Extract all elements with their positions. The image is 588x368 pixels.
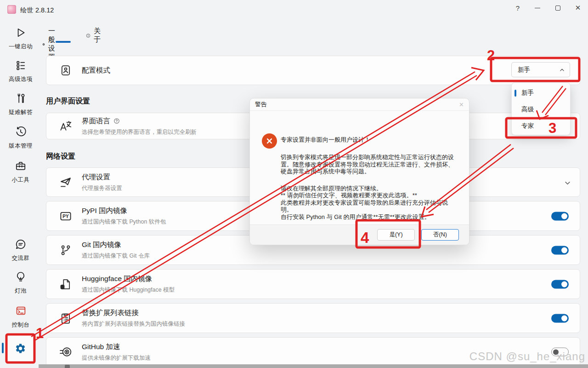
settings-button[interactable] (7, 335, 34, 362)
row-title: PyPI 国内镜像 (82, 206, 166, 216)
select-value: 新手 (518, 66, 530, 74)
dropdown-option-expert[interactable]: 专家 (512, 118, 570, 134)
chevron-up-icon (560, 68, 565, 73)
maximize-icon (555, 6, 560, 11)
row-title: Git 国内镜像 (82, 240, 150, 250)
config-mode-dropdown-menu: 新手 高级 专家 (511, 82, 571, 135)
row-title: GitHub 加速 (82, 342, 151, 352)
tab-label: 关于 (94, 27, 103, 44)
minimize-icon (535, 8, 540, 8)
row-subtitle: 通过国内镜像下载 Python 软件包 (82, 218, 166, 226)
close-button[interactable]: ✕ (568, 0, 588, 16)
dropdown-option-novice[interactable]: 新手 (512, 85, 570, 101)
git-toggle[interactable] (551, 246, 569, 254)
dialog-line: 此类教程并未对更改专家设置可能导致的后果进行充分评估与说明。 (281, 199, 454, 213)
row-title-text: 界面语言 (82, 116, 110, 126)
toolbox-icon (0, 160, 41, 172)
gear-icon (42, 41, 45, 48)
huggingface-toggle[interactable] (551, 280, 569, 288)
no-button[interactable]: 否(N) (421, 229, 459, 241)
warning-dialog: 警告 ✕ 专家设置并非面向一般用户设计！ 切换到专家模式将呈现一部分影响系统稳定… (249, 98, 469, 245)
section-ui-settings: 用户界面设置 (46, 97, 90, 106)
clipboard-list-icon (58, 312, 74, 325)
selected-option-indicator (514, 90, 516, 97)
chevron-down-icon[interactable] (565, 180, 571, 186)
tools-icon (0, 92, 41, 104)
git-branch-icon (58, 244, 74, 257)
dialog-line: 请仅在理解其全部原理的情况下继续。 (281, 185, 454, 192)
option-label: 专家 (521, 122, 534, 130)
tab-about[interactable]: 关于 (86, 27, 103, 44)
active-tab-indicator (56, 41, 71, 43)
row-subtitle: 将内置扩展列表链接替换为国内镜像链接 (82, 320, 185, 328)
dialog-footer: 是(Y) 否(N) (250, 224, 469, 245)
extension-list-toggle[interactable] (551, 314, 569, 322)
dropdown-option-advanced[interactable]: 高级 (512, 101, 570, 118)
row-title: 替换扩展列表链接 (82, 308, 185, 318)
dialog-body: 专家设置并非面向一般用户设计！ 切换到专家模式将呈现一部分影响系统稳定性与正常运… (250, 111, 469, 238)
svg-text:PY: PY (62, 214, 69, 219)
sidebar-item-chat-group[interactable]: 交流群 (0, 238, 41, 262)
minimize-button[interactable] (527, 0, 548, 16)
nav-selection-indicator (2, 343, 4, 353)
row-subtitle: 选择您希望使用的界面语言，重启以完全刷新 (82, 128, 197, 136)
watermark: CSDN @su_he_xiang (469, 350, 585, 363)
translate-icon (58, 119, 74, 133)
help-circle-icon[interactable] (113, 118, 120, 124)
dialog-titlebar: 警告 ✕ (250, 98, 469, 111)
row-subtitle: 代理服务器设置 (82, 184, 122, 192)
dialog-close-icon[interactable]: ✕ (459, 101, 464, 108)
list-icon (0, 59, 41, 71)
github-speed-icon (58, 345, 74, 359)
info-icon (86, 32, 90, 39)
pypi-toggle[interactable] (551, 212, 569, 220)
row-subtitle: 提供未镜像的扩展下载加速 (82, 354, 151, 362)
section-network-settings: 网络设置 (46, 152, 75, 161)
dialog-paragraph-1: 切换到专家模式将呈现一部分影响系统稳定性与正常运行状态的设置。随意修改专家设置将… (281, 154, 454, 175)
sidebar-item-console[interactable]: 控制台 (0, 305, 41, 329)
bulb-icon (0, 271, 41, 283)
sidebar-item-version[interactable]: 版本管理 (0, 126, 41, 150)
row-extension-list: 替换扩展列表链接 将内置扩展列表链接替换为国内镜像链接 (46, 303, 580, 333)
model-file-icon (58, 278, 74, 291)
gear-icon (15, 343, 26, 354)
app-icon (7, 5, 16, 14)
app-title: 绘世 2.8.12 (20, 6, 54, 15)
console-icon (0, 305, 41, 317)
sidebar-item-tools[interactable]: 小工具 (0, 160, 41, 184)
pypi-icon: PY (58, 209, 74, 223)
row-title: 代理设置 (82, 172, 122, 182)
option-label: 高级 (521, 105, 534, 114)
help-button[interactable]: ? (508, 0, 528, 16)
row-subtitle: 通过国内镜像下载 Git 仓库 (82, 252, 150, 260)
dialog-title: 警告 (255, 100, 267, 109)
chat-icon (0, 238, 41, 250)
history-icon (0, 126, 41, 138)
row-subtitle: 通过国内镜像下载 Huggingface 模型 (82, 286, 175, 294)
config-mode-select[interactable]: 新手 (511, 62, 570, 77)
dialog-heading: 专家设置并非面向一般用户设计！ (281, 136, 455, 144)
yes-button[interactable]: 是(Y) (377, 229, 415, 241)
sidebar-item-launch[interactable]: 一键启动 (0, 27, 41, 51)
titlebar: 绘世 2.8.12 ? ✕ (0, 0, 588, 19)
sidebar-item-advanced-options[interactable]: 高级选项 (0, 59, 41, 83)
row-title: Huggingface 国内镜像 (82, 274, 175, 284)
profile-badge-icon (58, 64, 74, 77)
bottom-scrollbar[interactable] (39, 364, 588, 368)
dialog-line: 自行安装 Python 与 Git 的用户通常**无需**更改此设置。 (281, 213, 454, 221)
proxy-plane-icon (58, 175, 74, 189)
sidebar-item-bulb[interactable]: 灯泡 (0, 271, 41, 295)
dialog-paragraph-2: 请仅在理解其全部原理的情况下继续。 ** 请勿听信任何文字、视频教程要求更改此选… (281, 185, 454, 221)
sidebar-item-troubleshoot[interactable]: 疑难解答 (0, 92, 41, 116)
error-icon (262, 133, 277, 149)
row-huggingface-mirror: Huggingface 国内镜像 通过国内镜像下载 Huggingface 模型 (46, 269, 580, 299)
maximize-button[interactable] (548, 0, 568, 16)
row-title: 配置模式 (82, 66, 110, 75)
row-title: 界面语言 (82, 116, 197, 126)
dialog-line: ** 请勿听信任何文字、视频教程要求更改此选项。** (281, 192, 454, 199)
taskbar-icon (65, 365, 70, 368)
row-config-mode: 配置模式 (46, 56, 580, 85)
option-label: 新手 (521, 89, 534, 97)
play-icon (0, 27, 41, 39)
